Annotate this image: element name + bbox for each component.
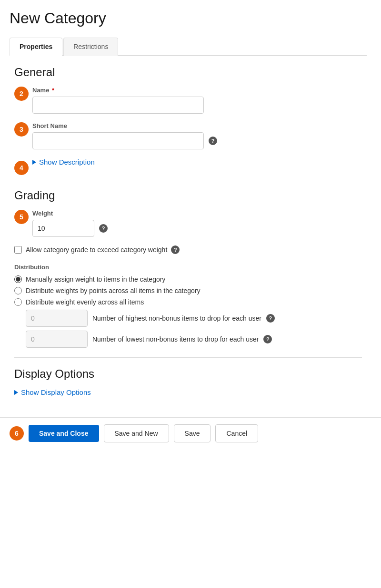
radio-by-points-label: Distribute weights by points across all … [26,287,201,294]
drop-lowest-label: Number of lowest non-bonus items to drop… [92,335,259,343]
weight-field-row: 5 Weight ? [14,210,362,237]
required-star: * [50,87,54,94]
step-badge-2: 2 [14,87,29,101]
main-content: General 2 Name * 3 Short Name ? [10,66,367,396]
allow-exceed-help-icon[interactable]: ? [171,245,180,254]
general-heading: General [14,66,362,79]
weight-help-icon[interactable]: ? [99,224,108,233]
drop-highest-label: Number of highest non-bonus items to dro… [92,314,261,322]
distribution-radio-evenly: Distribute weight evenly across all item… [14,298,362,306]
radio-manual-label: Manually assign weight to items in the c… [26,275,165,283]
name-label: Name * [32,87,362,94]
radio-by-points[interactable] [14,287,22,294]
save-new-button[interactable]: Save and New [104,424,169,442]
distribution-radio-manual: Manually assign weight to items in the c… [14,275,362,283]
short-name-field-row: 3 Short Name ? [14,122,362,149]
weight-input-group: ? [32,220,362,237]
step-badge-6: 6 [10,426,24,441]
save-close-button[interactable]: Save and Close [29,425,99,442]
weight-label: Weight [32,210,362,217]
drop-lowest-input[interactable] [26,331,88,348]
show-description-row: 4 Show Description [14,158,362,177]
name-field-row: 2 Name * [14,87,362,114]
drop-highest-input[interactable] [26,310,88,327]
show-description-label: Show Description [39,158,95,166]
allow-exceed-label: Allow category grade to exceed category … [26,246,167,254]
short-name-input[interactable] [32,132,204,149]
tab-properties[interactable]: Properties [10,38,62,56]
tab-restrictions[interactable]: Restrictions [63,38,118,56]
step-badge-4: 4 [14,161,29,175]
section-divider [14,357,362,358]
short-name-field-content: Short Name ? [32,122,362,149]
distribution-label: Distribution [14,264,362,271]
step-badge-3: 3 [14,122,29,137]
short-name-input-group: ? [32,132,362,149]
radio-evenly-label: Distribute weight evenly across all item… [26,298,144,306]
short-name-label: Short Name [32,122,362,129]
drop-lowest-row: Number of lowest non-bonus items to drop… [26,331,362,348]
description-triangle-icon [32,160,36,165]
show-display-options-link[interactable]: Show Display Options [14,388,362,396]
display-options-triangle-icon [14,390,18,395]
tab-bar: Properties Restrictions [10,37,367,56]
name-field-content: Name * [32,87,362,114]
distribution-radio-points: Distribute weights by points across all … [14,287,362,294]
drop-highest-row: Number of highest non-bonus items to dro… [26,310,362,327]
radio-evenly[interactable] [14,298,22,306]
drop-lowest-help-icon[interactable]: ? [263,335,272,343]
page-title: New Category [10,10,367,27]
weight-field-content: Weight ? [32,210,362,237]
allow-exceed-checkbox[interactable] [14,246,22,254]
display-options-heading: Display Options [14,367,362,381]
step-badge-5: 5 [14,210,29,224]
drop-highest-help-icon[interactable]: ? [266,314,275,323]
grading-heading: Grading [14,189,362,202]
show-display-options-label: Show Display Options [21,388,91,396]
weight-input[interactable] [32,220,94,237]
cancel-button[interactable]: Cancel [215,424,258,442]
save-button[interactable]: Save [174,424,211,442]
name-input[interactable] [32,97,204,114]
radio-manual[interactable] [14,275,22,283]
short-name-help-icon[interactable]: ? [209,137,217,145]
allow-exceed-row: Allow category grade to exceed category … [14,245,362,254]
footer-bar: 6 Save and Close Save and New Save Cance… [0,417,381,449]
drop-inputs-group: Number of highest non-bonus items to dro… [26,310,362,348]
distribution-section: Distribution Manually assign weight to i… [14,264,362,348]
show-description-link[interactable]: Show Description [32,158,95,166]
